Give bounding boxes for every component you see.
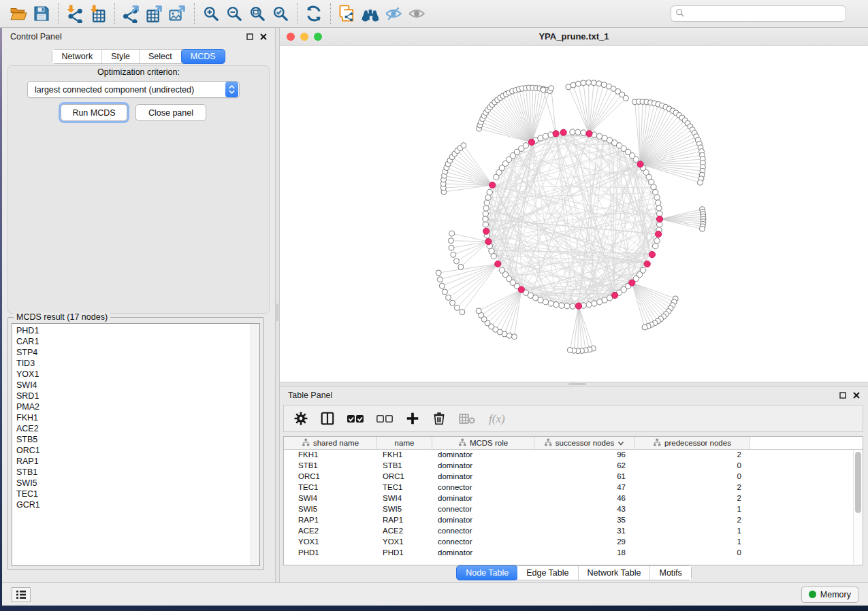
table-row[interactable]: ACE2ACE2connector311 [284,526,863,537]
table-cell[interactable]: dominator [432,461,534,472]
zoom-in-icon[interactable] [199,3,223,24]
mcds-result-item[interactable]: PMA2 [16,401,259,412]
table-cell[interactable]: 2 [634,450,750,461]
table-row[interactable]: ORC1ORC1dominator610 [284,472,863,482]
select-all-checkboxes-icon[interactable] [347,410,364,427]
float-panel-icon[interactable] [839,392,846,399]
zoom-fit-icon[interactable] [246,3,269,24]
column-layout-icon[interactable] [320,410,335,427]
table-row[interactable]: FKH1FKH1dominator962 [284,450,863,461]
open-file-icon[interactable] [7,3,30,24]
vertical-splitter-grip[interactable] [276,303,278,321]
mcds-result-item[interactable]: TEC1 [16,489,259,499]
table-cell[interactable]: STB1 [284,461,377,472]
tab-style[interactable]: Style [102,50,140,63]
column-header-successor-nodes[interactable]: successor nodes [534,437,634,449]
column-header-name[interactable]: name [377,437,432,449]
table-cell[interactable]: YOX1 [284,537,377,548]
mcds-result-item[interactable]: CAR1 [16,336,259,347]
save-session-icon[interactable] [30,3,53,24]
mcds-result-item[interactable]: ORC1 [16,445,259,456]
export-network-icon[interactable] [120,3,143,24]
mcds-result-item[interactable]: ACE2 [16,423,259,434]
table-cell[interactable]: ORC1 [377,472,432,482]
table-cell[interactable]: RAP1 [377,515,432,526]
table-row[interactable]: YOX1YOX1connector291 [284,537,863,548]
close-panel-button[interactable]: Close panel [135,104,206,121]
table-cell[interactable]: ORC1 [284,472,377,482]
add-column-icon[interactable] [405,410,420,427]
table-cell[interactable]: 35 [534,515,634,526]
table-cell[interactable]: connector [432,526,534,537]
table-row[interactable]: SWI4SWI4dominator462 [284,493,863,504]
table-cell[interactable]: dominator [432,493,534,504]
find-neighbors-icon[interactable] [359,3,382,24]
table-scrollbar-thumb[interactable] [855,452,861,513]
close-panel-icon[interactable] [259,33,267,41]
table-cell[interactable]: 1 [634,526,750,537]
table-cell[interactable]: dominator [432,450,534,461]
mcds-result-item[interactable]: STP4 [16,347,259,358]
table-cell[interactable]: YOX1 [377,537,432,548]
tab-motifs[interactable]: Motifs [650,566,690,580]
table-cell[interactable]: ACE2 [284,526,377,537]
mcds-result-item[interactable]: TID3 [16,358,259,369]
mcds-result-item[interactable]: GCR1 [16,499,259,510]
mcds-result-item[interactable]: SRD1 [16,391,259,401]
table-cell[interactable]: PHD1 [284,548,377,559]
tab-mcds[interactable]: MCDS [181,49,225,64]
copy-network-icon[interactable] [336,3,359,24]
table-cell[interactable]: RAP1 [284,515,377,526]
table-cell[interactable]: TEC1 [284,482,377,493]
search-box[interactable] [671,5,846,22]
close-panel-icon[interactable] [852,392,860,399]
mcds-result-item[interactable]: SWI4 [16,380,259,391]
export-image-icon[interactable] [166,3,189,24]
table-cell[interactable]: SWI4 [284,493,377,504]
zoom-out-icon[interactable] [223,3,246,24]
mcds-result-item[interactable]: YOX1 [16,369,259,380]
import-network-icon[interactable] [63,3,86,24]
table-cell[interactable]: FKH1 [284,450,377,461]
table-cell[interactable]: ACE2 [377,526,432,537]
table-settings-gear-icon[interactable] [293,410,308,427]
table-cell[interactable]: 96 [534,450,634,461]
table-scrollbar[interactable] [853,450,862,564]
table-cell[interactable]: 0 [634,472,750,482]
table-cell[interactable]: SWI5 [377,504,432,515]
table-cell[interactable]: 31 [534,526,634,537]
mcds-list-scrollbar[interactable] [251,324,259,565]
zoom-selected-icon[interactable] [269,3,292,24]
table-cell[interactable]: 62 [534,461,634,472]
table-row[interactable]: PHD1PHD1dominator180 [284,548,863,559]
horizontal-splitter-grip[interactable] [568,383,586,385]
hide-graphics-details-icon[interactable] [382,3,405,24]
table-cell[interactable]: dominator [432,472,534,482]
import-table-icon[interactable] [86,3,110,24]
mcds-result-item[interactable]: PHD1 [16,325,259,336]
tab-node-table[interactable]: Node Table [456,565,518,580]
horizontal-splitter[interactable] [280,382,868,386]
search-input[interactable] [685,9,841,18]
table-cell[interactable]: FKH1 [377,450,432,461]
export-table-icon[interactable] [143,3,166,24]
table-cell[interactable]: PHD1 [377,548,432,559]
mcds-result-item[interactable]: FKH1 [16,412,259,423]
network-node[interactable] [436,80,706,353]
table-cell[interactable]: 43 [534,504,634,515]
memory-button[interactable]: Memory [801,587,858,603]
column-header-shared-name[interactable]: shared name [284,437,377,449]
table-cell[interactable]: SWI5 [284,504,377,515]
table-cell[interactable]: dominator [432,515,534,526]
table-row[interactable]: RAP1RAP1dominator352 [284,515,863,526]
table-cell[interactable]: STB1 [377,461,432,472]
mcds-result-item[interactable]: RAP1 [16,456,259,467]
float-panel-icon[interactable] [246,33,253,41]
table-cell[interactable]: 29 [534,537,634,548]
mcds-result-item[interactable]: STB1 [16,467,259,478]
panel-selector-button[interactable] [12,587,31,602]
clear-all-checkboxes-icon[interactable] [376,410,393,427]
optimization-criterion-select[interactable]: largest connected component (undirected) [27,81,240,98]
table-row[interactable]: SWI5SWI5connector431 [284,504,863,515]
table-cell[interactable]: 47 [534,482,634,493]
